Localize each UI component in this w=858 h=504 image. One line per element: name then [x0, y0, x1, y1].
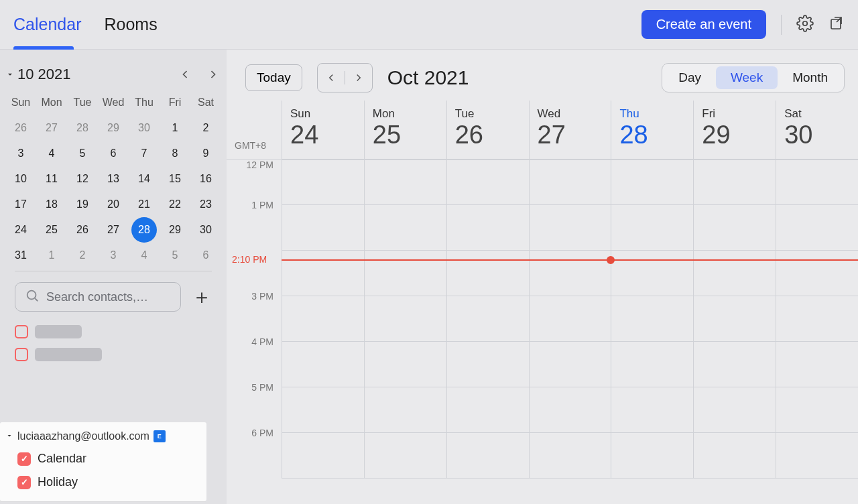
hour-cell[interactable] [776, 342, 858, 387]
mini-cal-day[interactable]: 29 [160, 217, 190, 243]
account-calendar-item[interactable]: ✓ Calendar [5, 442, 198, 466]
hour-cell[interactable] [365, 251, 446, 296]
hour-cell[interactable] [694, 342, 776, 387]
hour-cell[interactable] [365, 387, 446, 433]
mini-cal-next[interactable] [206, 68, 220, 81]
mini-cal-day[interactable]: 28 [67, 115, 98, 141]
mini-cal-day[interactable]: 17 [5, 192, 36, 217]
hour-cell[interactable] [365, 205, 446, 251]
day-header[interactable]: Wed27 [529, 101, 611, 159]
mini-cal-day[interactable]: 6 [190, 243, 221, 268]
hour-cell[interactable] [282, 433, 364, 479]
day-header[interactable]: Thu28 [611, 101, 693, 159]
view-month[interactable]: Month [778, 66, 843, 89]
search-input[interactable]: Search contacts,… [15, 282, 181, 312]
mini-cal-day[interactable]: 11 [36, 166, 67, 192]
add-calendar-button[interactable]: ＋ [192, 284, 212, 311]
day-column[interactable] [611, 160, 693, 479]
mini-cal-day[interactable]: 2 [67, 243, 98, 268]
tab-rooms[interactable]: Rooms [104, 0, 157, 49]
mini-cal-day[interactable]: 13 [98, 166, 129, 192]
hour-cell[interactable] [282, 296, 364, 342]
mini-cal-day[interactable]: 22 [160, 192, 190, 217]
view-day[interactable]: Day [664, 66, 716, 89]
day-header[interactable]: Sun24 [282, 101, 364, 159]
mini-cal-day[interactable]: 3 [98, 243, 129, 268]
mini-cal-day[interactable]: 15 [160, 166, 190, 192]
mini-cal-day[interactable]: 21 [129, 192, 160, 217]
tab-calendar[interactable]: Calendar [13, 0, 81, 49]
mini-cal-day[interactable]: 28 [131, 217, 157, 243]
hour-cell[interactable] [447, 433, 529, 479]
mini-cal-day[interactable]: 30 [190, 217, 221, 243]
mini-cal-day[interactable]: 2 [190, 115, 221, 141]
mini-cal-day[interactable]: 19 [67, 192, 98, 217]
hour-cell[interactable] [694, 433, 776, 479]
mini-cal-day[interactable]: 24 [5, 217, 36, 243]
hour-cell[interactable] [365, 433, 446, 479]
hour-cell[interactable] [282, 205, 364, 251]
mini-cal-day[interactable]: 6 [98, 141, 129, 166]
hour-cell[interactable] [694, 160, 776, 205]
mini-cal-day[interactable]: 27 [36, 115, 67, 141]
hour-cell[interactable] [611, 251, 693, 296]
mini-cal-day[interactable]: 8 [160, 141, 190, 166]
hour-cell[interactable] [530, 433, 611, 479]
mini-cal-day[interactable]: 1 [36, 243, 67, 268]
hour-cell[interactable] [611, 160, 693, 205]
hour-cell[interactable] [776, 251, 858, 296]
hour-cell[interactable] [282, 387, 364, 433]
hour-cell[interactable] [776, 387, 858, 433]
mini-cal-day[interactable]: 31 [5, 243, 36, 268]
hour-cell[interactable] [611, 387, 693, 433]
settings-button[interactable] [796, 15, 814, 34]
mini-cal-day[interactable]: 10 [5, 166, 36, 192]
hour-cell[interactable] [365, 342, 446, 387]
calendar-item[interactable] [15, 325, 212, 338]
hour-cell[interactable] [447, 387, 529, 433]
day-header[interactable]: Fri29 [693, 101, 776, 159]
hour-cell[interactable] [776, 296, 858, 342]
hour-cell[interactable] [611, 205, 693, 251]
view-week[interactable]: Week [716, 66, 778, 89]
prev-week-button[interactable] [318, 72, 345, 84]
hour-cell[interactable] [365, 160, 446, 205]
hour-cell[interactable] [776, 433, 858, 479]
mini-cal-day[interactable]: 4 [36, 141, 67, 166]
day-column[interactable] [282, 160, 364, 479]
mini-cal-day[interactable]: 23 [190, 192, 221, 217]
today-button[interactable]: Today [245, 64, 302, 91]
mini-cal-day[interactable]: 5 [67, 141, 98, 166]
mini-cal-day[interactable]: 29 [98, 115, 129, 141]
mini-cal-day[interactable]: 7 [129, 141, 160, 166]
next-week-button[interactable] [345, 72, 372, 84]
hour-cell[interactable] [365, 296, 446, 342]
mini-cal-day[interactable]: 5 [160, 243, 190, 268]
hour-cell[interactable] [530, 342, 611, 387]
day-column[interactable] [529, 160, 611, 479]
hour-cell[interactable] [447, 342, 529, 387]
day-header[interactable]: Tue26 [446, 101, 529, 159]
hour-cell[interactable] [447, 251, 529, 296]
hour-cell[interactable] [530, 205, 611, 251]
hour-cell[interactable] [611, 342, 693, 387]
hour-cell[interactable] [447, 160, 529, 205]
mini-cal-month-picker[interactable]: 10 2021 [5, 66, 71, 83]
hour-cell[interactable] [694, 387, 776, 433]
hour-cell[interactable] [776, 205, 858, 251]
mini-cal-day[interactable]: 26 [5, 115, 36, 141]
mini-cal-prev[interactable] [178, 68, 192, 81]
hour-cell[interactable] [694, 205, 776, 251]
hour-cell[interactable] [694, 296, 776, 342]
day-column[interactable] [446, 160, 529, 479]
checkbox-checked-icon[interactable]: ✓ [17, 476, 31, 489]
checkbox-unchecked-icon[interactable] [15, 348, 28, 361]
checkbox-checked-icon[interactable]: ✓ [17, 452, 31, 466]
mini-cal-day[interactable]: 20 [98, 192, 129, 217]
mini-cal-day[interactable]: 25 [36, 217, 67, 243]
create-event-button[interactable]: Create an event [641, 10, 766, 39]
day-column[interactable] [693, 160, 776, 479]
hour-cell[interactable] [447, 296, 529, 342]
hour-cell[interactable] [776, 160, 858, 205]
day-column[interactable] [776, 160, 858, 479]
